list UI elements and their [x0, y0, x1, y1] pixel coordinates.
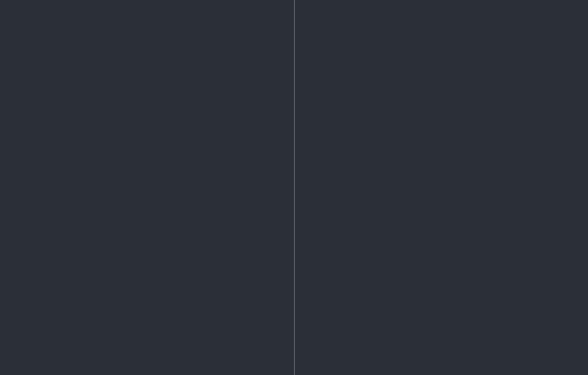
- editor-pane-ffmpeg: [0, 0, 294, 160]
- editor-pane-arduino: [0, 160, 294, 375]
- vscode-window: [0, 0, 588, 375]
- editor-group-sash[interactable]: [294, 0, 295, 375]
- editor-pane-server: [295, 160, 588, 375]
- editor-pane-timestamp: [295, 0, 588, 160]
